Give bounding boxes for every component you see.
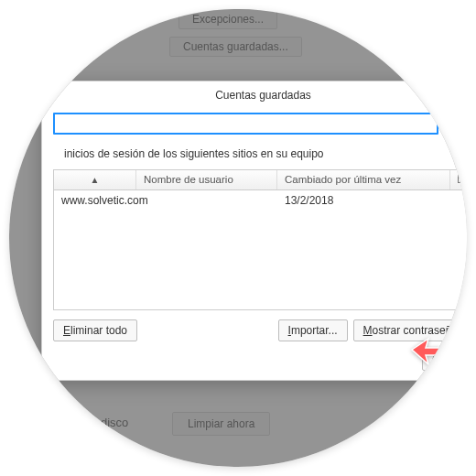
remove-all-button[interactable]: Eliminar todo — [53, 319, 137, 341]
resize-grip-icon[interactable] — [440, 367, 449, 376]
table-header: ▲ Nombre de usuario Cambiado por última … — [54, 170, 467, 190]
column-username[interactable]: Nombre de usuario — [136, 170, 277, 189]
bg-link-partial[interactable]: es — [14, 366, 27, 380]
svg-rect-0 — [459, 176, 468, 183]
dialog-titlebar: Cuentas guardadas × — [42, 81, 467, 111]
column-changed[interactable]: Cambiado por última vez — [277, 170, 450, 189]
circle-crop: web Excepciones... Cuentas guardadas... … — [9, 9, 467, 467]
bg-text-web: web — [92, 15, 114, 28]
table-row[interactable]: www.solvetic.com 13/2/2018 — [54, 190, 467, 211]
column-picker-icon[interactable] — [450, 170, 467, 189]
sort-arrow-icon: ▲ — [91, 175, 100, 185]
dialog-description: inicios de sesión de los siguientes siti… — [42, 144, 467, 169]
cell-site: www.solvetic.com — [54, 194, 277, 207]
close-row: Cerrar — [42, 345, 467, 373]
table-body: www.solvetic.com 13/2/2018 — [54, 190, 467, 309]
import-button[interactable]: Importar... — [278, 319, 348, 341]
dialog-actions: Eliminar todo Importar... Mostrar contra… — [42, 310, 467, 345]
cell-changed: 13/2/2018 — [277, 194, 467, 207]
accounts-table: ▲ Nombre de usuario Cambiado por última … — [53, 169, 467, 310]
saved-accounts-dialog: Cuentas guardadas × inicios de sesión de… — [41, 81, 467, 381]
dialog-title-text: Cuentas guardadas — [215, 89, 311, 102]
column-sort[interactable]: ▲ — [54, 170, 136, 189]
search-input[interactable] — [53, 113, 438, 135]
close-icon[interactable]: × — [435, 89, 442, 103]
pointer-arrow-icon — [410, 335, 436, 361]
